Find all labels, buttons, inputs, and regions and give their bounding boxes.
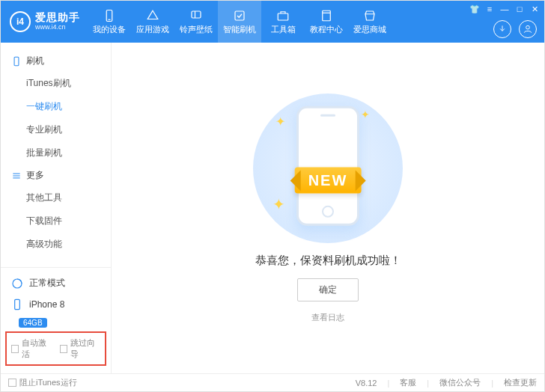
svg-rect-5	[278, 13, 288, 20]
sidebar-item-download-firmware[interactable]: 下载固件	[1, 209, 111, 233]
device-small-icon	[11, 298, 23, 310]
phone-outline-icon	[11, 56, 22, 67]
nav-label: 工具箱	[271, 24, 296, 35]
book-icon	[320, 9, 333, 22]
checkbox-icon	[11, 345, 19, 353]
device-mode-row[interactable]: 正常模式	[1, 272, 111, 294]
checkbox-icon	[8, 379, 16, 387]
sidebar-item-other-tools[interactable]: 其他工具	[1, 186, 111, 209]
nav-label: 智能刷机	[223, 24, 256, 35]
nav-flash[interactable]: 智能刷机	[218, 1, 261, 43]
nav-my-device[interactable]: 我的设备	[88, 1, 131, 43]
flash-icon	[233, 9, 246, 22]
version-label: V8.12	[356, 379, 377, 388]
menu-icon[interactable]: ≡	[484, 4, 495, 14]
svg-rect-4	[235, 11, 244, 20]
checkbox-label: 阻止iTunes运行	[19, 377, 77, 388]
check-update-link[interactable]: 检查更新	[504, 377, 537, 388]
checkbox-icon	[60, 345, 67, 353]
brand: i4 爱思助手 www.i4.cn	[1, 1, 88, 43]
nav-label: 教程中心	[310, 24, 343, 35]
window-controls: 👕 ≡ — □ ✕	[469, 4, 540, 14]
checkbox-label: 跳过向导	[70, 337, 100, 360]
sparkle-icon: ✦	[272, 195, 285, 213]
nav-shop[interactable]: 爱思商城	[348, 1, 392, 43]
brand-title: 爱思助手	[35, 12, 80, 23]
svg-rect-6	[323, 10, 331, 21]
nav-label: 铃声壁纸	[180, 24, 213, 35]
top-nav: 我的设备 应用游戏 铃声壁纸 智能刷机 工具箱 教程中心 爱思商城	[88, 1, 392, 43]
svg-rect-14	[15, 299, 20, 309]
block-itunes-checkbox[interactable]: 阻止iTunes运行	[8, 377, 77, 388]
view-log-link[interactable]: 查看日志	[311, 312, 344, 323]
success-illustration: ✦ ✦ ✦ NEW	[253, 94, 403, 243]
checkbox-label: 自动激活	[22, 337, 52, 360]
nav-label: 我的设备	[93, 24, 126, 35]
svg-rect-9	[14, 57, 19, 66]
sidebar-item-oneclick-flash[interactable]: 一键刷机	[1, 95, 111, 118]
sidebar-item-advanced[interactable]: 高级功能	[1, 233, 111, 256]
apps-icon	[146, 9, 159, 22]
highlighted-options: 自动激活 跳过向导	[5, 331, 106, 366]
nav-label: 爱思商城	[353, 24, 386, 35]
sidebar-item-pro-flash[interactable]: 专业刷机	[1, 118, 111, 141]
success-message: 恭喜您，保资料刷机成功啦！	[255, 254, 401, 268]
mode-icon	[11, 278, 23, 290]
nav-label: 应用游戏	[136, 24, 169, 35]
sidebar-group-flash[interactable]: 刷机	[1, 50, 111, 72]
sidebar-item-itunes-flash[interactable]: iTunes刷机	[1, 72, 111, 95]
ribbon-label: NEW	[295, 167, 362, 193]
sparkle-icon: ✦	[361, 108, 370, 120]
toolbox-icon	[276, 9, 290, 22]
download-button[interactable]	[493, 20, 511, 38]
close-icon[interactable]: ✕	[529, 4, 540, 14]
nav-apps[interactable]: 应用游戏	[131, 1, 174, 43]
main-content: ✦ ✦ ✦ NEW 恭喜您，保资料刷机成功啦！ 确定 查看日志	[112, 43, 544, 373]
svg-point-8	[526, 25, 530, 29]
wechat-link[interactable]: 微信公众号	[439, 377, 481, 388]
brand-url: www.i4.cn	[35, 24, 80, 31]
phone-illustration-icon	[296, 105, 359, 225]
skip-guide-checkbox[interactable]: 跳过向导	[60, 337, 101, 360]
svg-rect-2	[192, 11, 201, 18]
minimize-icon[interactable]: —	[499, 4, 510, 14]
storage-badge: 64GB	[19, 318, 47, 328]
brand-logo-icon: i4	[10, 11, 31, 32]
ok-button[interactable]: 确定	[297, 278, 359, 301]
maximize-icon[interactable]: □	[514, 4, 525, 14]
shop-icon	[363, 9, 377, 22]
device-row[interactable]: iPhone 8	[1, 294, 111, 315]
device-name: iPhone 8	[29, 299, 64, 310]
nav-toolbox[interactable]: 工具箱	[261, 1, 305, 43]
device-mode-label: 正常模式	[29, 277, 65, 290]
auto-activate-checkbox[interactable]: 自动激活	[11, 337, 52, 360]
nav-ringtone[interactable]: 铃声壁纸	[174, 1, 218, 43]
support-link[interactable]: 客服	[400, 377, 416, 388]
sidebar: 刷机 iTunes刷机 一键刷机 专业刷机 批量刷机 更多 其他工具 下载固件 …	[1, 43, 112, 373]
device-icon	[103, 9, 116, 22]
nav-tutorial[interactable]: 教程中心	[305, 1, 348, 43]
sidebar-group-more[interactable]: 更多	[1, 165, 111, 186]
new-ribbon: NEW	[295, 167, 362, 193]
menu-lines-icon	[11, 171, 22, 181]
tshirt-icon[interactable]: 👕	[469, 4, 480, 14]
music-icon	[189, 9, 203, 22]
sidebar-group-title: 刷机	[26, 55, 44, 67]
sidebar-item-batch-flash[interactable]: 批量刷机	[1, 141, 111, 165]
app-header: i4 爱思助手 www.i4.cn 我的设备 应用游戏 铃声壁纸 智能刷机 工具…	[1, 1, 544, 43]
account-button[interactable]	[519, 20, 537, 38]
sparkle-icon: ✦	[275, 114, 285, 129]
sidebar-group-title: 更多	[26, 169, 44, 182]
status-bar: 阻止iTunes运行 V8.12 | 客服 | 微信公众号 | 检查更新	[1, 373, 544, 391]
